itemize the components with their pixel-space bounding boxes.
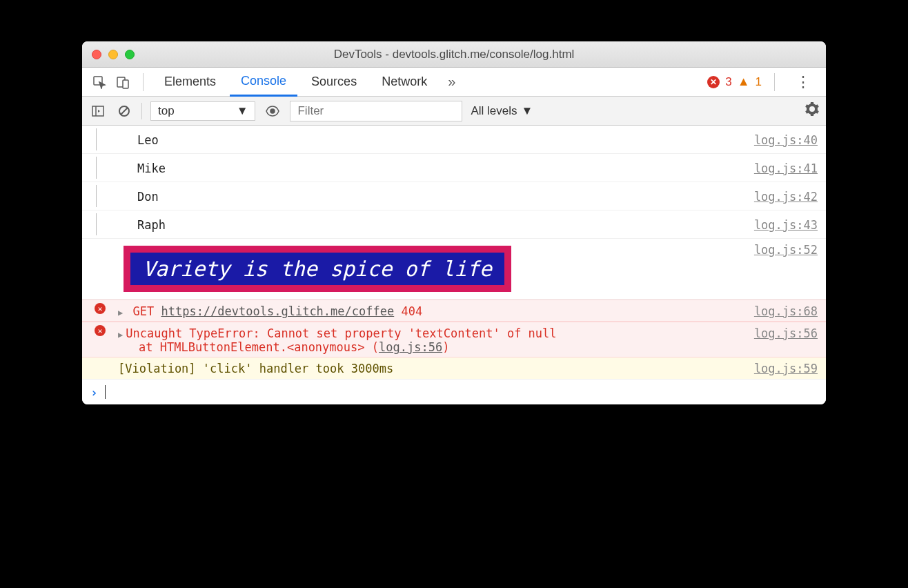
- divider: [141, 103, 142, 119]
- log-entry[interactable]: Raph log.js:43: [82, 210, 826, 239]
- svg-line-6: [121, 108, 128, 115]
- tree-indent: [96, 185, 137, 207]
- console-messages: Leo log.js:40 Mike log.js:41 Don log.js:…: [82, 126, 826, 404]
- error-message: ▶Uncaught TypeError: Cannot set property…: [118, 325, 754, 354]
- log-source-link[interactable]: log.js:68: [754, 303, 818, 318]
- tabbar: Elements Console Sources Network » ✕ 3 ▲…: [82, 68, 826, 97]
- traffic-lights: [92, 50, 135, 59]
- http-status: 404: [401, 304, 422, 318]
- stack-prefix: at HTMLButtonElement.<anonymous> (: [139, 340, 379, 354]
- stack-frame: at HTMLButtonElement.<anonymous> (log.js…: [118, 340, 754, 354]
- console-toolbar: top ▼ All levels ▼: [82, 97, 826, 126]
- titlebar: DevTools - devtools.glitch.me/console/lo…: [82, 41, 826, 68]
- log-source-link[interactable]: log.js:52: [754, 242, 818, 257]
- levels-label: All levels: [471, 104, 517, 118]
- close-button[interactable]: [92, 50, 101, 59]
- tree-indent: [96, 213, 137, 235]
- divider: [143, 73, 144, 91]
- device-toolbar-icon[interactable]: [112, 72, 133, 92]
- tab-elements[interactable]: Elements: [153, 68, 227, 97]
- stack-link[interactable]: log.js:56: [379, 340, 442, 354]
- devtools-window: DevTools - devtools.glitch.me/console/lo…: [82, 41, 826, 404]
- chevron-down-icon: ▼: [237, 104, 248, 118]
- log-entry[interactable]: Leo log.js:40: [82, 126, 826, 154]
- maximize-button[interactable]: [125, 50, 135, 59]
- text-cursor: [105, 385, 106, 399]
- log-source-link[interactable]: log.js:41: [754, 160, 818, 175]
- log-source-link[interactable]: log.js:40: [754, 132, 818, 147]
- error-count[interactable]: 3: [725, 75, 731, 89]
- tab-console[interactable]: Console: [230, 68, 297, 97]
- log-levels-select[interactable]: All levels ▼: [471, 104, 533, 118]
- divider: [774, 73, 775, 91]
- error-entry[interactable]: ✕ ▶Uncaught TypeError: Cannot set proper…: [82, 322, 826, 357]
- log-source-link[interactable]: log.js:59: [754, 360, 818, 375]
- tab-right-badges: ✕ 3 ▲ 1 ⋮: [707, 73, 819, 91]
- console-prompt[interactable]: ›: [82, 380, 826, 404]
- log-gutter: ✕: [82, 303, 118, 314]
- window-title: DevTools - devtools.glitch.me/console/lo…: [82, 48, 826, 61]
- log-text: Don: [137, 188, 754, 204]
- error-icon: ✕: [95, 325, 106, 336]
- log-source-link[interactable]: log.js:42: [754, 188, 818, 204]
- prompt-caret-icon: ›: [90, 385, 98, 400]
- tree-indent: [96, 128, 137, 150]
- log-source-link[interactable]: log.js:43: [754, 217, 818, 232]
- stack-suffix: ): [442, 340, 449, 354]
- styled-log-text: Variety is the spice of life: [124, 246, 511, 292]
- execution-context-select[interactable]: top ▼: [150, 101, 255, 121]
- log-text: Mike: [137, 160, 754, 175]
- expand-triangle-icon[interactable]: ▶: [118, 308, 123, 317]
- tab-sources[interactable]: Sources: [300, 68, 368, 97]
- log-text: Leo: [137, 132, 754, 147]
- settings-gear-icon[interactable]: [805, 102, 819, 119]
- eye-icon[interactable]: [264, 102, 282, 120]
- warning-count[interactable]: 1: [756, 75, 762, 89]
- log-gutter: ✕: [82, 325, 118, 336]
- filter-input[interactable]: [290, 101, 462, 121]
- chevron-down-icon: ▼: [522, 104, 533, 118]
- error-message: ▶ GET https://devtools.glitch.me/coffee …: [118, 303, 754, 318]
- http-method: GET: [132, 304, 154, 318]
- error-badge-icon: ✕: [707, 76, 720, 88]
- log-text: Raph: [137, 217, 754, 232]
- log-entry[interactable]: Mike log.js:41: [82, 154, 826, 182]
- context-value: top: [158, 104, 175, 118]
- tab-network[interactable]: Network: [371, 68, 438, 97]
- svg-rect-2: [123, 80, 128, 88]
- svg-point-7: [270, 109, 275, 113]
- expand-triangle-icon[interactable]: ▶: [118, 330, 123, 340]
- minimize-button[interactable]: [108, 50, 118, 59]
- kebab-menu-icon[interactable]: ⋮: [787, 73, 819, 91]
- violation-text: [Violation] 'click' handler took 3000ms: [118, 360, 754, 375]
- error-line1: Uncaught TypeError: Cannot set property …: [126, 326, 556, 340]
- violation-entry[interactable]: [Violation] 'click' handler took 3000ms …: [82, 357, 826, 380]
- tabs-overflow[interactable]: »: [441, 74, 462, 90]
- inspect-element-icon[interactable]: [89, 72, 110, 92]
- error-icon: ✕: [95, 303, 106, 314]
- tree-indent: [96, 157, 137, 179]
- warning-badge-icon: ▲: [738, 75, 750, 89]
- error-url[interactable]: https://devtools.glitch.me/coffee: [161, 304, 394, 318]
- error-entry[interactable]: ✕ ▶ GET https://devtools.glitch.me/coffe…: [82, 300, 826, 322]
- log-entry-styled[interactable]: Variety is the spice of life log.js:52: [82, 239, 826, 300]
- toggle-sidebar-icon[interactable]: [89, 102, 107, 120]
- clear-console-icon[interactable]: [115, 102, 133, 120]
- log-source-link[interactable]: log.js:56: [754, 325, 818, 340]
- log-entry[interactable]: Don log.js:42: [82, 182, 826, 210]
